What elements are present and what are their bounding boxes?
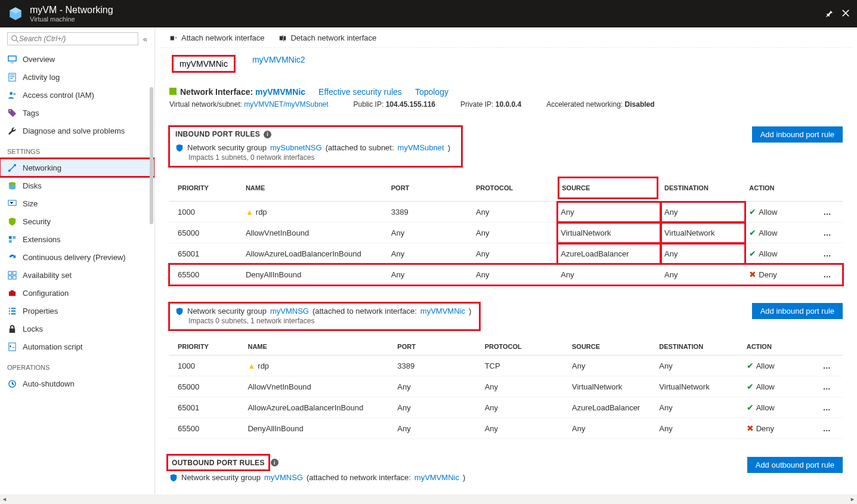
row-menu-icon[interactable]: … (823, 361, 831, 370)
nic-link[interactable]: myVMVMNic (420, 307, 465, 316)
cd-icon (7, 252, 17, 262)
table-row[interactable]: 65001AllowAzureLoadBalancerInBoundAnyAny… (169, 243, 843, 264)
add-inbound-rule-button[interactable]: Add inbound port rule (752, 303, 843, 319)
vm-icon (7, 5, 24, 22)
sidebar-item-label: Size (23, 199, 38, 208)
network-interface-label: Network Interface: myVMVMNic (169, 87, 305, 97)
sidebar-item-activity-log[interactable]: Activity log (0, 68, 154, 86)
sidebar-item-label: Networking (23, 163, 61, 172)
add-inbound-rule-button[interactable]: Add inbound port rule (752, 126, 843, 143)
nsg-impacts: Impacts 0 subnets, 1 network interfaces (188, 317, 474, 325)
info-icon[interactable]: i (271, 459, 279, 466)
sidebar-item-auto-shutdown[interactable]: Auto-shutdown (0, 375, 154, 392)
row-menu-icon[interactable]: … (824, 228, 832, 237)
log-icon (7, 72, 17, 82)
avail-icon (7, 270, 17, 280)
sidebar-item-label: Security (23, 217, 51, 226)
sidebar-item-locks[interactable]: Locks (0, 320, 154, 338)
add-outbound-rule-button[interactable]: Add outbound port rule (747, 457, 843, 473)
sidebar-item-label: Access control (IAM) (23, 91, 94, 100)
collapse-sidebar-icon[interactable]: « (143, 35, 147, 44)
sidebar-item-properties[interactable]: Properties (0, 302, 154, 320)
sidebar-item-disks[interactable]: Disks (0, 177, 154, 194)
table-row[interactable]: 65500DenyAllInBoundAnyAnyAnyAny✖Deny… (169, 264, 843, 285)
sidebar-item-security[interactable]: Security (0, 212, 154, 230)
sidebar-item-label: Configuration (23, 289, 69, 298)
table-row[interactable]: 65000AllowVnetInBoundAnyAnyVirtualNetwor… (169, 376, 843, 397)
svg-point-4 (13, 92, 16, 95)
sidebar-item-label: Extensions (23, 235, 61, 244)
config-icon (7, 288, 17, 298)
public-ip: Public IP: 104.45.155.116 (354, 100, 435, 109)
sidebar-item-access-control-iam-[interactable]: Access control (IAM) (0, 86, 154, 104)
sidebar-item-label: Diagnose and solve problems (23, 126, 125, 135)
shield-icon (175, 144, 184, 152)
topology-link[interactable]: Topology (415, 87, 448, 97)
detach-nic-button[interactable]: Detach network interface (279, 33, 376, 42)
table-row[interactable]: 65000AllowVnetInBoundAnyAnyVirtualNetwor… (169, 222, 843, 243)
people-icon (7, 90, 17, 100)
allow-icon: ✔ (747, 361, 754, 370)
sidebar-item-size[interactable]: Size (0, 194, 154, 212)
search-input[interactable] (7, 32, 138, 45)
svg-rect-1 (8, 55, 16, 60)
tab-nic-1[interactable]: myVMVMNic (169, 51, 238, 79)
effective-rules-link[interactable]: Effective security rules (318, 87, 402, 97)
table-row[interactable]: 65001AllowAzureLoadBalancerInBoundAnyAny… (169, 397, 843, 418)
row-menu-icon[interactable]: … (823, 403, 831, 412)
inbound-rules-table-2: PRIORITY NAME PORT PROTOCOL SOURCE DESTI… (169, 337, 843, 439)
sidebar-heading-settings: SETTINGS (0, 140, 154, 159)
monitor-icon (7, 54, 17, 64)
disk-icon (7, 181, 17, 190)
svg-rect-15 (13, 271, 16, 274)
sidebar-item-extensions[interactable]: Extensions (0, 230, 154, 248)
nsg-link[interactable]: myVMNSG (264, 473, 303, 482)
shield-icon (175, 307, 184, 316)
attach-nic-button[interactable]: Attach network interface (169, 33, 264, 42)
private-ip: Private IP: 10.0.0.4 (460, 100, 521, 109)
blade-header: myVM - Networking Virtual machine (0, 0, 857, 27)
nsg-link[interactable]: myVMNSG (270, 307, 309, 316)
row-menu-icon[interactable]: … (823, 382, 831, 391)
table-row[interactable]: 1000▲rdp3389AnyAnyAny✔Allow… (169, 202, 843, 222)
nsg-impacts: Impacts 1 subnets, 0 network interfaces (188, 153, 456, 162)
nic-name-link[interactable]: myVMVMNic (255, 87, 305, 97)
sidebar-item-automation-script[interactable]: Automation script (0, 338, 154, 355)
sidebar-scrollbar[interactable] (150, 87, 153, 224)
sidebar-item-overview[interactable]: Overview (0, 50, 154, 68)
sidebar-item-diagnose-and-solve-problems[interactable]: Diagnose and solve problems (0, 122, 154, 140)
close-icon[interactable] (841, 9, 850, 19)
row-menu-icon[interactable]: … (824, 270, 832, 279)
deny-icon: ✖ (747, 423, 754, 433)
sidebar-item-availability-set[interactable]: Availability set (0, 266, 154, 284)
row-menu-icon[interactable]: … (824, 249, 832, 258)
horizontal-scrollbar[interactable] (0, 494, 857, 504)
warning-icon: ▲ (246, 208, 253, 217)
row-menu-icon[interactable]: … (824, 208, 832, 217)
pin-icon[interactable] (825, 9, 833, 19)
sidebar-item-configuration[interactable]: Configuration (0, 284, 154, 302)
allow-icon: ✔ (747, 403, 754, 412)
wrench-icon (7, 126, 17, 135)
nsg-link[interactable]: mySubnetNSG (270, 143, 322, 152)
lock-icon (7, 324, 17, 333)
allow-icon: ✔ (747, 382, 754, 391)
info-icon[interactable]: i (264, 131, 271, 138)
tab-nic-2[interactable]: myVMVMNic2 (250, 51, 308, 79)
subnet-link[interactable]: myVMSubnet (398, 143, 444, 152)
row-menu-icon[interactable]: … (823, 424, 831, 433)
vnet-link[interactable]: myVMVNET/myVMSubnet (244, 100, 328, 109)
svg-rect-19 (10, 290, 14, 292)
nic-icon (169, 88, 177, 95)
sidebar-item-label: Locks (23, 324, 43, 333)
sidebar-item-continuous-delivery-preview-[interactable]: Continuous delivery (Preview) (0, 248, 154, 266)
sidebar-item-tags[interactable]: Tags (0, 104, 154, 122)
svg-point-5 (9, 110, 10, 111)
sidebar-item-networking[interactable]: Networking (0, 159, 154, 177)
nic-link[interactable]: myVMVMNic (414, 473, 459, 482)
table-row[interactable]: 1000▲rdp3389TCPAnyAny✔Allow… (169, 355, 843, 376)
ext-icon (7, 234, 17, 244)
svg-rect-2 (8, 73, 15, 81)
main-content: Attach network interface Detach network … (155, 27, 857, 504)
table-row[interactable]: 65500DenyAllInBoundAnyAnyAnyAny✖Deny… (169, 418, 843, 439)
